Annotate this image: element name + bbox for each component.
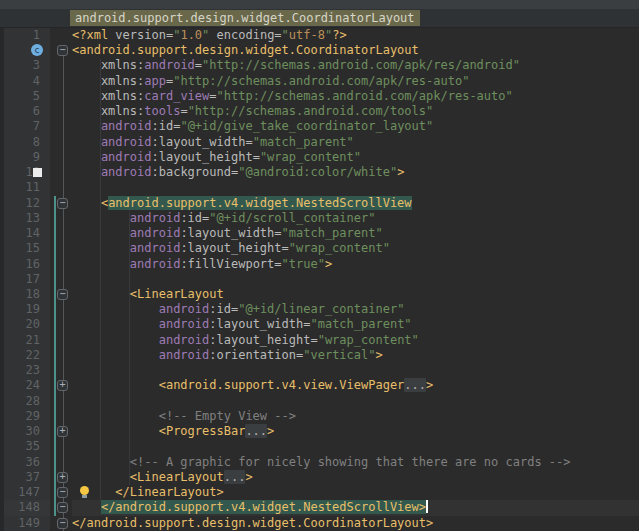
- fold-strip: [50, 104, 72, 119]
- code-line-row: 18− <LinearLayout: [0, 287, 639, 302]
- code-line-row: 2−c<android.support.design.widget.Coordi…: [0, 43, 639, 58]
- code-line[interactable]: android:layout_width="match_parent": [72, 317, 639, 332]
- code-line[interactable]: [72, 394, 639, 409]
- code-token: android.support.v4.widget.NestedScrollVi…: [108, 196, 411, 210]
- line-number: 15: [0, 241, 50, 256]
- code-line[interactable]: [72, 272, 639, 287]
- code-line[interactable]: android:layout_height="wrap_content": [72, 241, 639, 256]
- line-number: 12: [0, 196, 50, 211]
- window-title-strip: [0, 0, 639, 9]
- fold-collapse-icon[interactable]: −: [57, 198, 68, 209]
- code-token: :: [209, 333, 216, 347]
- fold-strip: [50, 165, 72, 180]
- line-number: 3: [0, 58, 50, 73]
- code-token: =: [245, 135, 252, 149]
- fold-strip: [50, 150, 72, 165]
- code-line[interactable]: </LinearLayout>: [72, 485, 639, 500]
- line-number: 19: [0, 302, 50, 317]
- code-line[interactable]: <android.support.design.widget.Coordinat…: [72, 43, 639, 58]
- code-token: android: [72, 119, 151, 133]
- code-token: layout_height: [188, 241, 282, 255]
- code-editor[interactable]: 1<?xml version="1.0" encoding="utf-8"?>2…: [0, 28, 639, 531]
- code-line[interactable]: xmlns:tools="http://schemas.android.com/…: [72, 104, 639, 119]
- line-number: 9: [0, 150, 50, 165]
- code-token: :: [180, 211, 187, 225]
- code-line[interactable]: android:background="@android:color/white…: [72, 165, 639, 180]
- line-number: 37: [0, 470, 50, 485]
- code-line-row: 28: [0, 394, 639, 409]
- line-number: 36: [0, 455, 50, 470]
- code-line[interactable]: android:fillViewport="true">: [72, 257, 639, 272]
- code-token: >: [397, 165, 404, 179]
- code-token: >: [267, 424, 274, 438]
- code-line[interactable]: <ProgressBar...>: [72, 424, 639, 439]
- breadcrumb-item-coordinatorlayout[interactable]: android.support.design.widget.Coordinato…: [70, 10, 420, 26]
- fold-collapse-icon[interactable]: −: [57, 45, 68, 56]
- code-line[interactable]: <android.support.v4.widget.NestedScrollV…: [72, 196, 639, 211]
- fold-end-icon[interactable]: −: [57, 502, 68, 513]
- fold-expand-icon[interactable]: +: [57, 380, 68, 391]
- code-token: <?xml: [72, 28, 115, 42]
- code-line[interactable]: xmlns:card_view="http://schemas.android.…: [72, 89, 639, 104]
- line-number: 1: [0, 28, 50, 43]
- code-line[interactable]: <!-- A graphic for nicely showing that t…: [72, 455, 639, 470]
- fold-end-icon[interactable]: −: [57, 487, 68, 498]
- code-token: "wrap_content": [318, 333, 419, 347]
- code-line[interactable]: android:layout_height="wrap_content": [72, 150, 639, 165]
- code-line-row: 7 android:id="@+id/give_take_coordinator…: [0, 119, 639, 134]
- code-line-row: 9 android:layout_height="wrap_content": [0, 150, 639, 165]
- line-number: 147: [0, 485, 50, 500]
- code-line[interactable]: <?xml version="1.0" encoding="utf-8"?>: [72, 28, 639, 43]
- code-token: :: [209, 317, 216, 331]
- code-line-row: 29 <!-- Empty View -->: [0, 409, 639, 424]
- fold-expand-icon[interactable]: +: [57, 472, 68, 483]
- code-line[interactable]: <LinearLayout...>: [72, 470, 639, 485]
- code-token: layout_height: [159, 150, 253, 164]
- code-token: <: [72, 196, 108, 210]
- code-token: :: [209, 348, 216, 362]
- folded-region-placeholder[interactable]: ...: [245, 424, 267, 438]
- fold-end-icon[interactable]: −: [57, 518, 68, 529]
- code-line[interactable]: [72, 180, 639, 195]
- code-line[interactable]: android:layout_height="wrap_content": [72, 333, 639, 348]
- code-token: app: [144, 74, 166, 88]
- code-line[interactable]: android:id="@+id/linear_container": [72, 302, 639, 317]
- code-line[interactable]: [72, 439, 639, 454]
- code-line[interactable]: xmlns:android="http://schemas.android.co…: [72, 58, 639, 73]
- line-number: 10: [0, 165, 50, 180]
- code-token: utf-8: [289, 28, 325, 42]
- code-line[interactable]: android:id="@+id/give_take_coordinator_l…: [72, 119, 639, 134]
- code-token: =: [274, 28, 281, 42]
- folded-region-placeholder[interactable]: ...: [224, 470, 246, 484]
- window-left-edge: [0, 28, 4, 531]
- code-line[interactable]: android:orientation="vertical">: [72, 348, 639, 363]
- code-line-row: 21 android:layout_height="wrap_content": [0, 333, 639, 348]
- code-line[interactable]: [72, 363, 639, 378]
- code-token: "@+id/give_take_coordinator_layout": [180, 119, 433, 133]
- code-token: "@+id/scroll_container": [209, 211, 375, 225]
- code-line[interactable]: android:layout_width="match_parent": [72, 135, 639, 150]
- code-line[interactable]: </android.support.v4.widget.NestedScroll…: [72, 500, 639, 515]
- folded-region-placeholder[interactable]: ...: [404, 378, 426, 392]
- code-line[interactable]: xmlns:app="http://schemas.android.com/ap…: [72, 74, 639, 89]
- code-token: "@+id/linear_container": [238, 302, 404, 316]
- code-token: <LinearLayout: [72, 287, 224, 301]
- code-line[interactable]: android:id="@+id/scroll_container": [72, 211, 639, 226]
- code-line[interactable]: android:layout_width="match_parent": [72, 226, 639, 241]
- code-token: =: [282, 241, 289, 255]
- code-token: layout_height: [217, 333, 311, 347]
- code-line[interactable]: <LinearLayout: [72, 287, 639, 302]
- code-line-row: 20 android:layout_width="match_parent": [0, 317, 639, 332]
- intention-bulb-icon[interactable]: [80, 486, 89, 495]
- fold-expand-icon[interactable]: +: [57, 426, 68, 437]
- fold-collapse-icon[interactable]: −: [57, 289, 68, 300]
- code-lines-container: 1<?xml version="1.0" encoding="utf-8"?>2…: [0, 28, 639, 531]
- line-number: 8: [0, 135, 50, 150]
- code-line[interactable]: <android.support.v4.view.ViewPager...>: [72, 378, 639, 393]
- code-line[interactable]: </android.support.design.widget.Coordina…: [72, 516, 639, 531]
- code-token: </LinearLayout>: [72, 485, 224, 499]
- code-token: :: [151, 119, 158, 133]
- code-token: tools: [144, 104, 180, 118]
- code-line[interactable]: <!-- Empty View -->: [72, 409, 639, 424]
- code-token: android: [72, 302, 209, 316]
